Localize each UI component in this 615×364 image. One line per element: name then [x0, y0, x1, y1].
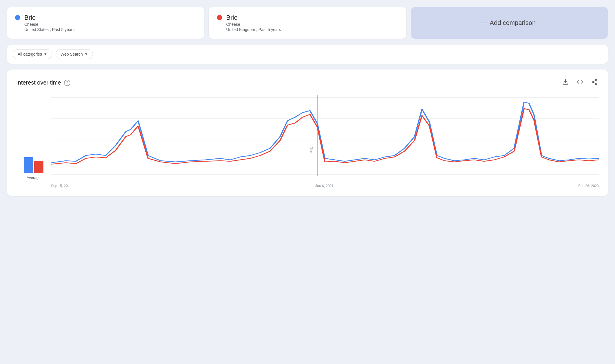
categories-label: All categories — [18, 52, 42, 56]
help-icon[interactable]: ? — [64, 80, 70, 86]
term-name-1: Brie — [24, 14, 75, 21]
term-name-2: Brie — [226, 14, 281, 21]
add-comparison-label: Add comparison — [490, 19, 536, 27]
legend-bar-blue — [24, 157, 33, 173]
term-region-1: United States , Past 5 years — [24, 27, 75, 32]
term-dot-1 — [15, 15, 20, 20]
term-dot-2 — [217, 15, 222, 20]
term-card-1: Brie Cheese United States , Past 5 years — [7, 7, 204, 39]
embed-button[interactable] — [576, 78, 584, 88]
x-axis-labels: Sep 15, 20... Jun 6, 2021 Feb 26, 2023 — [51, 184, 599, 188]
chart-header: Interest over time ? — [16, 78, 599, 88]
x-label-2: Jun 6, 2021 — [315, 184, 334, 188]
legend-bar-red — [34, 161, 43, 173]
term-category-2: Cheese — [226, 22, 281, 27]
chart-actions — [561, 78, 599, 88]
chart-container: Average 100 75 50 25 Note — [16, 95, 599, 188]
svg-text:Note: Note — [309, 147, 315, 153]
svg-line-4 — [594, 82, 595, 83]
chart-title-group: Interest over time ? — [16, 79, 70, 86]
term-region-2: United Kingdom , Past 5 years — [226, 27, 281, 32]
x-label-3: Feb 26, 2023 — [578, 184, 599, 188]
chart-section: Interest over time ? — [7, 69, 608, 196]
search-type-chevron: ▼ — [85, 52, 88, 56]
legend-label: Average — [27, 175, 41, 180]
categories-filter[interactable]: All categories ▼ — [13, 49, 52, 59]
share-button[interactable] — [590, 78, 599, 88]
filters-section: All categories ▼ Web Search ▼ — [7, 45, 608, 64]
legend-bars — [24, 156, 43, 173]
chart-area: 100 75 50 25 Note Sep 15, 20... Jun 6, 2… — [51, 95, 599, 188]
chart-legend-left: Average — [16, 95, 51, 188]
chart-title: Interest over time — [16, 79, 61, 86]
chart-svg: 100 75 50 25 Note — [51, 95, 599, 182]
download-button[interactable] — [561, 78, 570, 88]
term-card-2: Brie Cheese United Kingdom , Past 5 year… — [209, 7, 406, 39]
search-type-label: Web Search — [61, 52, 83, 56]
add-comparison-card[interactable]: + Add comparison — [411, 7, 608, 39]
svg-line-5 — [594, 81, 595, 82]
term-category-1: Cheese — [24, 22, 75, 27]
search-type-filter[interactable]: Web Search ▼ — [56, 49, 93, 59]
x-label-1: Sep 15, 20... — [51, 184, 71, 188]
categories-chevron: ▼ — [44, 52, 47, 56]
plus-icon: + — [483, 19, 487, 27]
